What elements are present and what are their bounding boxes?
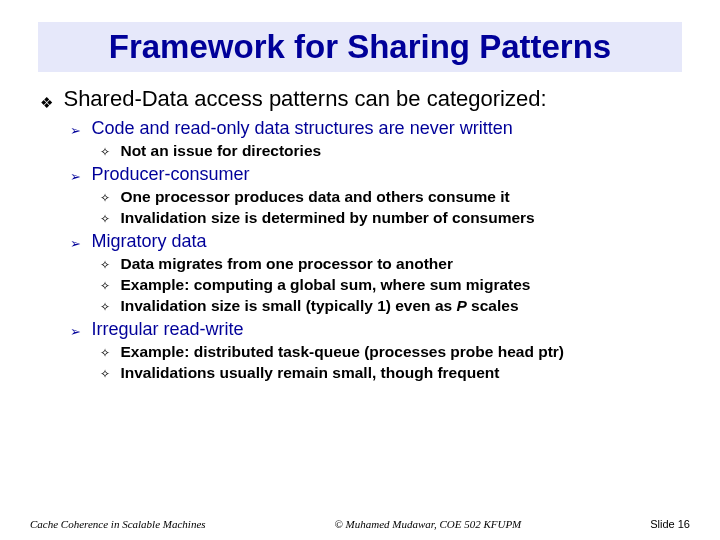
- diamond-open-icon: ✧: [100, 191, 110, 205]
- arrow-bullet-icon: ➢: [70, 324, 81, 339]
- bullet-lvl2: ➢ Irregular read-write: [70, 319, 680, 340]
- lvl3-text-emph: P: [456, 297, 466, 314]
- bullet-lvl3: ✧ Invalidations usually remain small, th…: [100, 364, 680, 382]
- bullet-lvl3: ✧ Not an issue for directories: [100, 142, 680, 160]
- slide-footer: Cache Coherence in Scalable Machines © M…: [0, 518, 720, 530]
- arrow-bullet-icon: ➢: [70, 236, 81, 251]
- diamond-open-icon: ✧: [100, 258, 110, 272]
- bullet-lvl3: ✧ Invalidation size is small (typically …: [100, 297, 680, 315]
- footer-left: Cache Coherence in Scalable Machines: [30, 518, 206, 530]
- bullet-lvl1: ❖ Shared-Data access patterns can be cat…: [40, 86, 680, 112]
- arrow-bullet-icon: ➢: [70, 169, 81, 184]
- diamond-bullet-icon: ❖: [40, 94, 53, 111]
- lvl3-text-part: Invalidation size is small (typically 1)…: [120, 297, 456, 314]
- bullet-lvl2: ➢ Producer-consumer: [70, 164, 680, 185]
- lvl2-text: Migratory data: [91, 231, 206, 251]
- slide-content: ❖ Shared-Data access patterns can be cat…: [38, 86, 682, 382]
- bullet-lvl3: ✧ Example: computing a global sum, where…: [100, 276, 680, 294]
- lvl3-text: One processor produces data and others c…: [120, 188, 509, 205]
- slide: Framework for Sharing Patterns ❖ Shared-…: [0, 0, 720, 540]
- lvl3-text-part: scales: [467, 297, 519, 314]
- slide-title: Framework for Sharing Patterns: [56, 28, 664, 66]
- lvl3-text: Example: computing a global sum, where s…: [120, 276, 530, 293]
- title-box: Framework for Sharing Patterns: [38, 22, 682, 72]
- lvl3-text: Not an issue for directories: [120, 142, 321, 159]
- diamond-open-icon: ✧: [100, 212, 110, 226]
- lvl3-text: Data migrates from one processor to anot…: [120, 255, 452, 272]
- lvl1-text: Shared-Data access patterns can be categ…: [63, 86, 546, 111]
- lvl3-text: Invalidations usually remain small, thou…: [120, 364, 499, 381]
- diamond-open-icon: ✧: [100, 346, 110, 360]
- lvl3-text: Invalidation size is determined by numbe…: [120, 209, 534, 226]
- bullet-lvl3: ✧ Example: distributed task-queue (proce…: [100, 343, 680, 361]
- diamond-open-icon: ✧: [100, 279, 110, 293]
- bullet-lvl3: ✧ One processor produces data and others…: [100, 188, 680, 206]
- diamond-open-icon: ✧: [100, 145, 110, 159]
- lvl2-text: Code and read-only data structures are n…: [91, 118, 512, 138]
- lvl3-text: Invalidation size is small (typically 1)…: [120, 297, 518, 314]
- footer-center: © Muhamed Mudawar, COE 502 KFUPM: [206, 518, 651, 530]
- bullet-lvl3: ✧ Data migrates from one processor to an…: [100, 255, 680, 273]
- lvl3-text: Example: distributed task-queue (process…: [120, 343, 564, 360]
- lvl2-text: Irregular read-write: [91, 319, 243, 339]
- diamond-open-icon: ✧: [100, 300, 110, 314]
- footer-right: Slide 16: [650, 518, 690, 530]
- lvl2-text: Producer-consumer: [91, 164, 249, 184]
- diamond-open-icon: ✧: [100, 367, 110, 381]
- bullet-lvl2: ➢ Code and read-only data structures are…: [70, 118, 680, 139]
- bullet-lvl2: ➢ Migratory data: [70, 231, 680, 252]
- arrow-bullet-icon: ➢: [70, 123, 81, 138]
- bullet-lvl3: ✧ Invalidation size is determined by num…: [100, 209, 680, 227]
